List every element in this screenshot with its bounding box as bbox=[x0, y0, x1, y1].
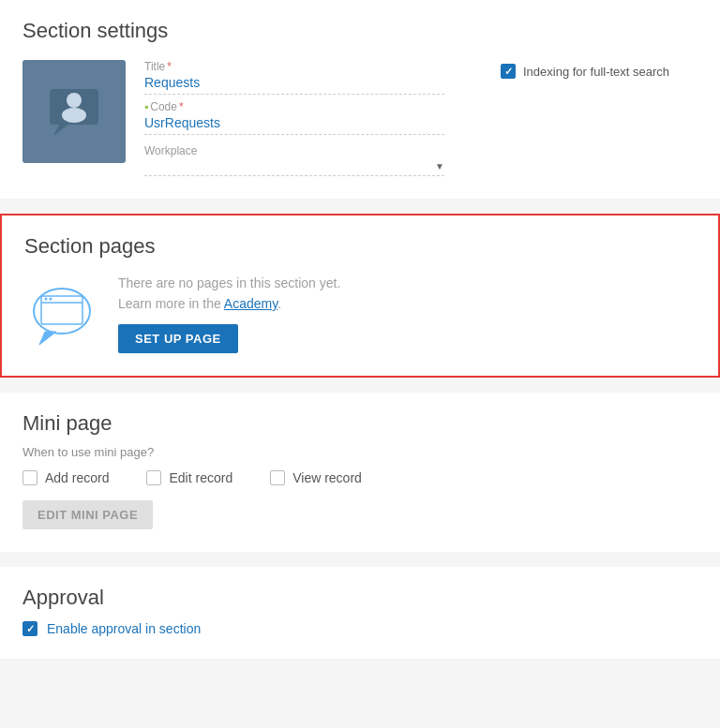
approval-checkbox[interactable] bbox=[22, 621, 38, 636]
pages-content: There are no pages in this section yet. … bbox=[24, 275, 696, 353]
edit-record-label: Edit record bbox=[169, 470, 232, 485]
indexing-checkbox[interactable] bbox=[501, 64, 516, 79]
when-to-use-label: When to use mini page? bbox=[22, 445, 698, 459]
mini-page-panel: Mini page When to use mini page? Add rec… bbox=[0, 393, 720, 552]
divider-3 bbox=[0, 559, 720, 567]
section-pages-title: Section pages bbox=[24, 234, 696, 259]
svg-marker-1 bbox=[53, 125, 68, 136]
approval-title: Approval bbox=[22, 586, 698, 610]
svg-point-9 bbox=[50, 297, 52, 300]
section-pages-panel: Section pages There are no pages in this… bbox=[0, 214, 720, 378]
add-record-checkbox[interactable] bbox=[22, 470, 38, 485]
settings-fields: Title* Requests ▪Code* UsrRequests Workp… bbox=[144, 60, 444, 176]
setup-page-button[interactable]: SET UP PAGE bbox=[118, 324, 238, 353]
view-record-checkbox-item[interactable]: View record bbox=[270, 470, 362, 485]
view-record-checkbox[interactable] bbox=[270, 470, 285, 485]
svg-point-8 bbox=[45, 297, 48, 300]
edit-mini-page-button[interactable]: EDIT MINI PAGE bbox=[22, 500, 153, 529]
svg-rect-6 bbox=[41, 296, 82, 324]
svg-marker-5 bbox=[39, 332, 56, 345]
title-value[interactable]: Requests bbox=[144, 75, 444, 95]
title-label: Title* bbox=[144, 60, 444, 73]
indexing-label: Indexing for full-text search bbox=[523, 65, 669, 79]
settings-left: Title* Requests ▪Code* UsrRequests Workp… bbox=[22, 60, 444, 176]
pages-text: There are no pages in this section yet. … bbox=[118, 275, 696, 353]
edit-record-checkbox-item[interactable]: Edit record bbox=[146, 470, 232, 485]
mini-page-checkboxes: Add record Edit record View record bbox=[22, 470, 698, 485]
section-settings-panel: Section settings Title* bbox=[0, 0, 720, 199]
svg-point-2 bbox=[67, 93, 82, 108]
settings-top-row: Title* Requests ▪Code* UsrRequests Workp… bbox=[22, 60, 698, 176]
code-label: ▪Code* bbox=[144, 100, 444, 113]
approval-row: Enable approval in section bbox=[22, 621, 698, 636]
mini-page-title: Mini page bbox=[22, 411, 698, 436]
approval-enable-label: Enable approval in section bbox=[47, 621, 201, 636]
add-record-label: Add record bbox=[45, 470, 109, 485]
approval-panel: Approval Enable approval in section bbox=[0, 567, 720, 659]
code-field: ▪Code* UsrRequests bbox=[144, 100, 444, 135]
divider-2 bbox=[0, 385, 720, 393]
svg-point-4 bbox=[34, 289, 90, 334]
edit-record-checkbox[interactable] bbox=[146, 470, 161, 485]
svg-point-3 bbox=[62, 108, 86, 123]
pages-empty-text: There are no pages in this section yet. bbox=[118, 275, 696, 290]
chevron-down-icon: ▼ bbox=[435, 161, 444, 171]
workplace-dropdown[interactable]: ▼ bbox=[144, 161, 444, 176]
workplace-label: Workplace bbox=[144, 144, 444, 157]
indexing-group: Indexing for full-text search bbox=[501, 64, 669, 79]
section-icon bbox=[22, 60, 126, 163]
section-settings-title: Section settings bbox=[22, 19, 698, 43]
add-record-checkbox-item[interactable]: Add record bbox=[22, 470, 109, 485]
code-value[interactable]: UsrRequests bbox=[144, 115, 444, 135]
pages-learn-text: Learn more in the Academy. bbox=[118, 296, 696, 311]
title-field: Title* Requests bbox=[144, 60, 444, 95]
pages-icon bbox=[24, 277, 99, 352]
divider-1 bbox=[0, 206, 720, 214]
view-record-label: View record bbox=[292, 470, 362, 485]
academy-link[interactable]: Academy bbox=[224, 296, 278, 311]
workplace-field: Workplace ▼ bbox=[144, 144, 444, 176]
